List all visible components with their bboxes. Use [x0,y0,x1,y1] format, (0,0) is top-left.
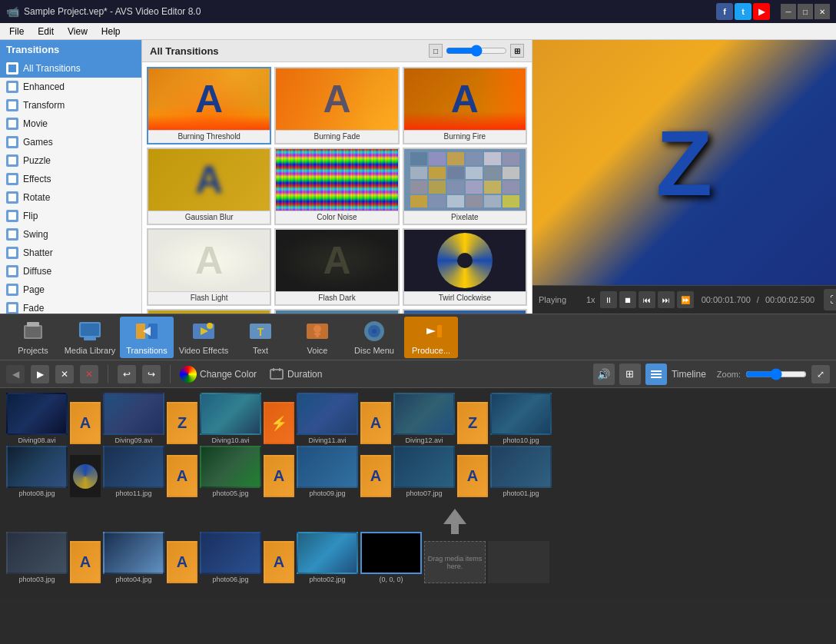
close-button[interactable]: ✕ [814,4,830,19]
menu-help[interactable]: Help [95,25,127,38]
transition-gaussian-blur[interactable]: A Gaussian Blur [147,148,271,225]
forward-button[interactable]: ▶ [31,365,49,383]
media-item-photo11[interactable]: photo11.jpg [103,446,164,497]
undo-button[interactable]: ↩ [118,365,136,383]
video-effects-button[interactable]: Video Effects [177,317,231,358]
media-item-photo05[interactable]: photo05.jpg [200,446,261,497]
projects-button[interactable]: Projects [6,317,60,358]
transitions-button[interactable]: Transitions [120,317,174,358]
facebook-icon[interactable]: f [716,3,733,20]
media-item-trans-a6[interactable]: A [457,455,488,497]
drag-drop-zone[interactable]: Drag media items here. [424,541,486,583]
sidebar-item-movie[interactable]: Movie [0,115,141,133]
transition-burning-threshold[interactable]: A Burning Threshold [147,67,271,144]
view-toggle-button[interactable]: ⊞ [619,363,641,385]
menu-view[interactable]: View [61,25,94,38]
media-item-trans-a2[interactable]: A [360,402,391,444]
transition-row4-3[interactable]: ... [403,309,527,314]
media-item-diving11[interactable]: Diving11.avi [297,393,358,444]
sidebar-item-diffuse[interactable]: Diffuse [0,262,141,281]
media-item-trans-a3[interactable]: A [167,455,197,497]
next-button[interactable]: ⏭ [658,291,675,308]
transition-twirl-clockwise[interactable]: Twirl Clockwise [403,228,527,306]
media-item-photo04[interactable]: photo04.jpg [103,532,164,583]
color-picker-icon[interactable] [180,366,197,383]
media-item-photo07[interactable]: photo07.jpg [393,446,455,497]
media-item-diving08[interactable]: Diving08.avi [6,393,68,444]
produce-button[interactable]: Produce... [404,317,458,358]
sidebar-item-enhanced[interactable]: Enhanced [0,78,141,96]
transition-pixelate[interactable]: Pixelate [403,148,527,225]
expand-timeline-button[interactable]: ⤢ [811,365,830,383]
media-item-trans-a1[interactable]: A [70,402,101,444]
media-item-selected-black[interactable]: (0, 0, 0) [360,532,422,583]
sidebar-item-transform[interactable]: Transform [0,96,141,115]
transition-row4-1[interactable]: ... [147,309,271,314]
duration-group[interactable]: Duration [269,367,322,382]
disc-menu-button[interactable]: Disc Menu [347,317,401,358]
media-item-diving09[interactable]: Diving09.avi [103,393,164,444]
media-item-diving10[interactable]: Diving10.avi [200,393,261,444]
back-button[interactable]: ◀ [6,365,25,383]
redo-button[interactable]: ↪ [142,365,161,383]
fast-forward-button[interactable]: ⏩ [677,291,694,308]
media-item-trans-circle[interactable] [70,455,101,497]
maximize-button[interactable]: □ [798,4,813,19]
menu-file[interactable]: File [3,25,30,38]
zoom-slider[interactable] [745,368,807,380]
cancel-button[interactable]: ✕ [55,365,74,383]
sidebar-item-swing[interactable]: Swing [0,225,141,244]
media-item-photo08[interactable]: photo08.jpg [6,446,68,497]
media-item-trans-a4[interactable]: A [264,455,294,497]
sidebar-item-fade[interactable]: Fade [0,299,141,314]
sidebar-item-flip[interactable]: Flip [0,207,141,225]
transition-burning-fire[interactable]: A Burning Fire [403,67,527,144]
media-item-placeholder[interactable] [488,541,549,583]
timeline-view-button[interactable] [645,363,667,385]
media-item-trans-orange1[interactable]: ⚡ [264,402,294,444]
media-item-photo10[interactable]: photo10.jpg [490,393,552,444]
voice-button[interactable]: Voice [290,317,344,358]
media-item-trans-z1[interactable]: Z [167,402,197,444]
media-item-photo03[interactable]: photo03.jpg [6,532,68,583]
media-item-trans-a8[interactable]: A [167,541,197,583]
media-item-diving12[interactable]: Diving12.avi [393,393,455,444]
transition-burning-fade[interactable]: A Burning Fade [274,67,399,144]
media-item-photo09[interactable]: photo09.jpg [297,446,358,497]
grid-size-small[interactable]: □ [429,44,443,58]
sidebar-item-shatter[interactable]: Shatter [0,244,141,262]
media-item-trans-z2[interactable]: Z [457,402,488,444]
media-item-photo06[interactable]: photo06.jpg [200,532,261,583]
transition-color-noise[interactable]: Color Noise [274,148,399,225]
twitter-icon[interactable]: t [735,3,751,20]
sidebar-item-effects[interactable]: Effects [0,170,141,188]
pause-button[interactable]: ⏸ [600,291,617,308]
audio-button[interactable]: 🔊 [593,363,615,385]
menu-edit[interactable]: Edit [32,25,60,38]
media-item-trans-a9[interactable]: A [264,541,294,583]
sidebar-item-rotate[interactable]: Rotate [0,188,141,207]
transition-flash-light[interactable]: A Flash Light [147,228,271,306]
media-item-photo01[interactable]: photo01.jpg [490,446,552,497]
stop-button[interactable]: ⏹ [619,291,636,308]
minimize-button[interactable]: ─ [781,4,796,19]
fullscreen-button[interactable]: ⛶ [824,289,836,310]
delete-button[interactable]: ✕ [80,365,98,383]
media-item-photo02[interactable]: photo02.jpg [297,532,358,583]
sidebar-item-all-transitions[interactable]: All Transitions [0,59,141,78]
grid-size-slider[interactable] [446,45,507,57]
media-library-button[interactable]: Media Library [63,317,117,358]
media-item-drag-area[interactable]: Drag media items here. [424,499,486,583]
media-item-trans-a7[interactable]: A [70,541,101,583]
sidebar-item-games[interactable]: Games [0,133,141,151]
sidebar-item-page[interactable]: Page [0,281,141,299]
sidebar-item-puzzle[interactable]: Puzzle [0,151,141,170]
transition-row4-2[interactable]: ... [274,309,399,314]
transition-flash-dark[interactable]: A Flash Dark [274,228,399,306]
youtube-icon[interactable]: ▶ [753,3,770,20]
media-item-trans-a5[interactable]: A [360,455,391,497]
prev-button[interactable]: ⏮ [639,291,655,308]
change-color-group[interactable]: Change Color [180,366,257,383]
text-button[interactable]: T Text [234,317,287,358]
grid-size-large[interactable]: ⊞ [510,44,524,58]
